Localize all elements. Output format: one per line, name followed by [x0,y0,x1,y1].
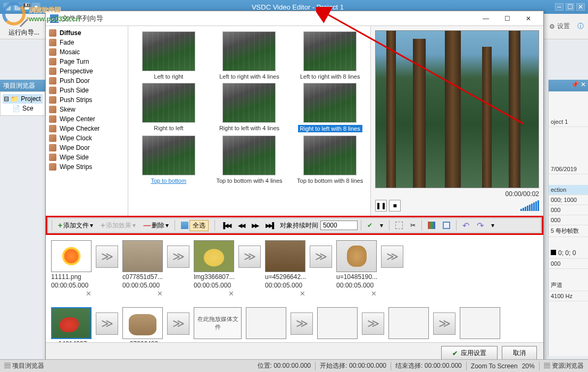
effect-item-page-turn[interactable]: Page Turn [46,57,128,66]
clip-meta: u=10485190...00:00:05.000✕ [336,273,377,290]
nav-prev-button[interactable]: ◀◀ [235,221,247,231]
effect-item-fade[interactable]: Fade [46,38,128,47]
storyboard-empty-slot[interactable] [388,307,429,339]
qa-icon-3[interactable]: 💾 [22,3,31,11]
transition-slot[interactable]: ≫ [433,312,456,335]
qa-icon-4[interactable]: ▾ [32,3,40,11]
transition-slot[interactable]: ≫ [167,246,189,268]
more-button[interactable]: ▾ [488,220,497,231]
effect-item-wipe-checker[interactable]: Wipe Checker [46,124,128,133]
sb-project-browser-tab[interactable]: ▤ 项目浏览器 [4,361,44,370]
effect-item-skew[interactable]: Skew [46,105,128,114]
run-wizard-button[interactable]: 运行向导... [4,14,44,38]
transition-slot[interactable]: ≫ [310,246,332,268]
apply-check-button[interactable]: ✔ [365,220,375,231]
transition-slot[interactable]: ≫ [381,246,403,268]
close-button[interactable]: ✕ [576,3,585,11]
thumb-label: Top to bottom with 4 lines [216,177,282,184]
dialog-titlebar[interactable]: 文件序列向导 — ☐ ✕ [46,11,543,26]
add-effect-button[interactable]: +添加效果 ▾ [98,219,138,232]
empty-thumb [246,307,286,339]
transition-slot[interactable]: ≫ [167,312,189,335]
stop-button[interactable]: ■ [389,200,401,212]
undo-button[interactable]: ↶ [460,219,472,232]
effect-item-push-door[interactable]: Push Door [46,76,128,86]
qa-icon-2[interactable]: ▤ [13,3,21,11]
effect-item-wipe-side[interactable]: Wipe Side [46,153,128,162]
transition-thumb[interactable]: Right to left with 8 lines [295,83,365,132]
effect-item-wipe-center[interactable]: Wipe Center [46,114,128,124]
add-file-button[interactable]: +添加文件 ▾ [55,219,96,232]
prop-section: ection [549,185,588,195]
delete-button[interactable]: —删除 ▾ [140,219,171,232]
storyboard-item[interactable]: Img3366807...00:00:05.000✕ [194,240,234,299]
minimize-button[interactable]: – [555,3,564,11]
storyboard-item[interactable]: 11111.png00:00:05.000✕ [51,240,92,299]
pin-icon[interactable]: 📌 ✕ [569,80,588,89]
dialog-minimize-button[interactable]: — [475,11,496,26]
scene-node[interactable]: 📄 Sce [3,104,43,113]
effect-item-wipe-door[interactable]: Wipe Door [46,143,128,153]
clip-delete-icon[interactable]: ✕ [228,290,234,299]
clip-delete-icon[interactable]: ✕ [157,290,163,299]
volume-indicator[interactable] [520,200,539,211]
storyboard-empty-slot[interactable] [246,307,286,339]
drop-placeholder[interactable]: 在此拖放媒体文件 [194,307,242,339]
clip-delete-icon[interactable]: ✕ [371,290,377,299]
transition-slot[interactable]: ≫ [238,246,261,268]
info-button[interactable]: ⓘ [577,22,584,31]
effect-item-perspective[interactable]: Perspective [46,66,128,76]
duration-input[interactable] [320,221,358,230]
cancel-button[interactable]: 取消 [502,346,537,360]
storyboard-item[interactable]: c077851d57...00:00:05.000✕ [122,240,163,299]
cut-button[interactable]: ✂ [408,220,418,231]
thumb-image [222,83,276,123]
storyboard-empty-slot[interactable] [460,307,500,339]
crop-button[interactable] [393,220,405,231]
pause-button[interactable]: ❚❚ [375,200,387,212]
transition-thumb[interactable]: Top to bottom with 4 lines [214,136,285,184]
apply-settings-button[interactable]: ✔应用设置 [441,346,498,360]
transition-thumb[interactable]: Right to left [134,83,204,132]
effect-item-wipe-clock[interactable]: Wipe Clock [46,133,128,143]
storyboard-item[interactable]: u=27696429...00:00:05.000✕ [122,307,163,342]
dropdown-arrow[interactable]: ▾ [377,220,386,231]
effect-item-mosaic[interactable]: Mosaic [46,47,128,57]
clip-delete-icon[interactable]: ✕ [86,290,92,299]
effect-item-push-strips[interactable]: Push Strips [46,95,128,105]
transition-thumb[interactable]: Top to bottom [134,136,204,184]
transition-thumb[interactable]: Left to right with 4 lines [214,31,285,80]
redo-button[interactable]: ↷ [474,219,486,232]
storyboard-item[interactable]: u=10485190...00:00:05.000✕ [336,240,377,299]
storyboard-empty-slot[interactable] [317,307,358,339]
qa-icon-1[interactable]: ▤ [3,3,12,11]
nav-next-button[interactable]: ▶▶ [249,221,261,231]
dialog-close-button[interactable]: ✕ [518,11,539,26]
clip-delete-icon[interactable]: ✕ [300,290,305,299]
transition-slot[interactable]: ≫ [96,246,118,268]
settings-button[interactable]: ⚙ 设置 [549,22,570,31]
sb-zoom-label[interactable]: Zoom To Screen [471,362,518,370]
transition-thumb[interactable]: Top to bottom with 8 lines [295,136,365,184]
transition-thumb[interactable]: Right to left with 4 lines [214,83,285,132]
nav-first-button[interactable]: ▐◀◀ [218,221,233,231]
transition-slot[interactable]: ≫ [362,312,384,335]
sb-resource-browser-tab[interactable]: ▤ 资源浏览器 [544,361,584,370]
color-button[interactable] [425,220,438,231]
transition-thumb[interactable]: Left to right [134,31,204,80]
transition-slot[interactable]: ≫ [96,312,118,335]
screen-button[interactable] [440,220,453,231]
nav-last-button[interactable]: ▶▶▌ [263,221,278,231]
effect-item-wipe-strips[interactable]: Wipe Strips [46,162,128,172]
effects-list[interactable]: DiffuseFadeMosaicPage TurnPerspectivePus… [46,26,128,216]
storyboard-item[interactable]: u=45296642...00:00:05.000✕ [265,240,305,299]
select-all-button[interactable]: 全选 [178,218,211,233]
project-node[interactable]: ⊟ 📁 Project [3,94,43,104]
maximize-button[interactable]: ☐ [566,3,574,11]
effect-item-push-side[interactable]: Push Side [46,86,128,95]
transition-slot[interactable]: ≫ [291,312,313,335]
dialog-maximize-button[interactable]: ☐ [496,11,518,26]
storyboard-item[interactable]: u=14614397...00:00:05.000✕ [51,307,92,342]
transition-thumb[interactable]: Left to right with 8 lines [295,31,365,80]
effect-item-diffuse[interactable]: Diffuse [46,28,128,38]
